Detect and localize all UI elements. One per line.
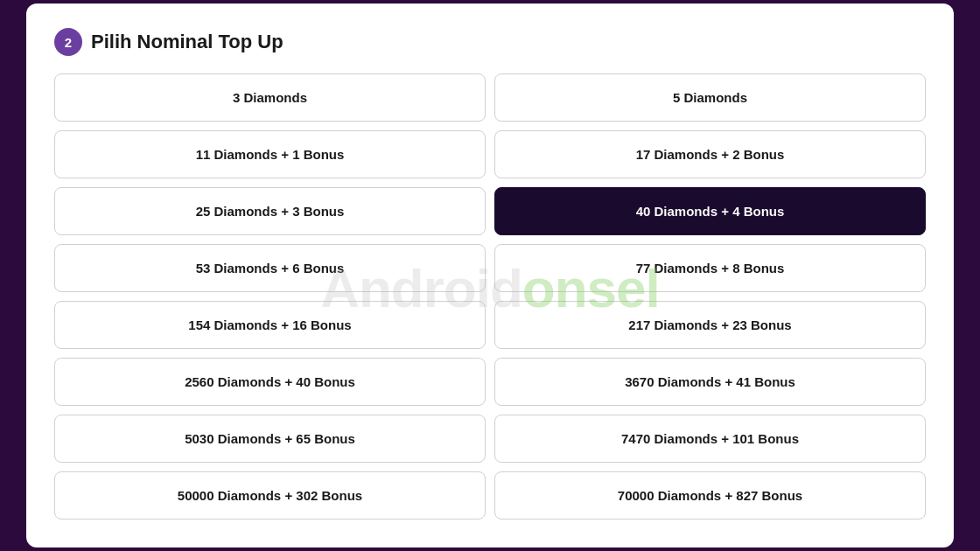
step-badge: 2: [54, 28, 82, 56]
card-header: 2 Pilih Nominal Top Up: [54, 28, 926, 56]
diamond-option-5[interactable]: 40 Diamonds + 4 Bonus: [494, 187, 926, 235]
diamond-option-2[interactable]: 11 Diamonds + 1 Bonus: [54, 130, 486, 178]
diamond-option-3[interactable]: 17 Diamonds + 2 Bonus: [494, 130, 926, 178]
diamond-option-10[interactable]: 2560 Diamonds + 40 Bonus: [54, 358, 486, 406]
step-number: 2: [65, 35, 72, 50]
diamond-option-15[interactable]: 70000 Diamonds + 827 Bonus: [494, 471, 926, 520]
diamond-option-8[interactable]: 154 Diamonds + 16 Bonus: [54, 301, 486, 349]
diamond-option-7[interactable]: 77 Diamonds + 8 Bonus: [494, 244, 926, 292]
top-up-card: 2 Pilih Nominal Top Up Androidonsel 3 Di…: [26, 3, 954, 548]
diamond-option-14[interactable]: 50000 Diamonds + 302 Bonus: [54, 471, 486, 520]
diamond-option-4[interactable]: 25 Diamonds + 3 Bonus: [54, 187, 486, 235]
diamond-option-1[interactable]: 5 Diamonds: [494, 73, 926, 122]
diamond-option-9[interactable]: 217 Diamonds + 23 Bonus: [494, 301, 926, 349]
diamond-option-13[interactable]: 7470 Diamonds + 101 Bonus: [494, 415, 926, 463]
items-grid: 3 Diamonds5 Diamonds11 Diamonds + 1 Bonu…: [54, 73, 926, 520]
page-title: Pilih Nominal Top Up: [91, 31, 284, 53]
diamond-option-6[interactable]: 53 Diamonds + 6 Bonus: [54, 244, 486, 292]
diamond-option-11[interactable]: 3670 Diamonds + 41 Bonus: [494, 358, 926, 406]
diamond-option-0[interactable]: 3 Diamonds: [54, 73, 486, 122]
diamond-option-12[interactable]: 5030 Diamonds + 65 Bonus: [54, 415, 486, 463]
